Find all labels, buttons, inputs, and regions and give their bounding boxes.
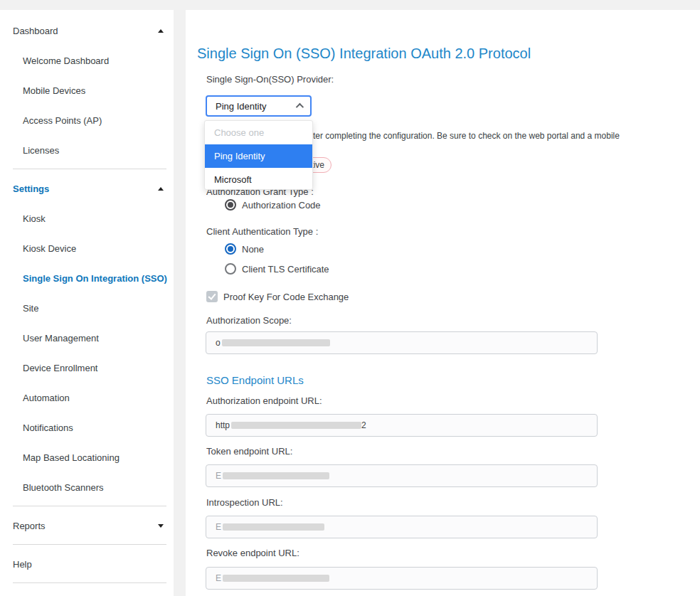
sidebar-item-help[interactable]: Help (0, 549, 174, 579)
radio-authorization-code[interactable]: Authorization Code (225, 199, 321, 211)
sidebar-item-label: Automation (23, 393, 70, 403)
dropdown-option-ping-identity[interactable]: Ping Identity (205, 144, 312, 168)
sidebar-item-label: User Management (23, 333, 99, 344)
introspection-url-label: Introspection URL: (206, 497, 283, 508)
checkbox-checked-icon (206, 291, 218, 302)
sidebar-item-label: Notifications (23, 422, 73, 433)
sidebar-item-map-based-locationing[interactable]: Map Based Locationing (0, 442, 174, 472)
client-auth-label: Client Authentication Type : (206, 226, 318, 237)
sidebar-item-label: Map Based Locationing (23, 452, 120, 463)
introspection-url-input[interactable]: E (206, 516, 598, 538)
radio-unselected-icon (225, 263, 236, 275)
sidebar-item-dashboard[interactable]: Dashboard (0, 16, 174, 46)
checkbox-label: Proof Key For Code Exchange (223, 292, 349, 302)
sidebar-item-label: Single Sign On Integration (SSO) (23, 273, 167, 284)
sidebar-item-access-points[interactable]: Access Points (AP) (0, 105, 174, 135)
sidebar-item-label: Licenses (23, 145, 59, 156)
input-value-tail: 2 (361, 420, 366, 430)
sidebar-item-notifications[interactable]: Notifications (0, 413, 174, 442)
radio-label: None (242, 244, 264, 255)
sidebar-item-label: Settings (13, 183, 49, 194)
sidebar-item-label: Device Enrollment (23, 363, 98, 373)
provider-selected-value: Ping Identity (216, 101, 267, 112)
sso-endpoint-urls-heading: SSO Endpoint URLs (206, 374, 304, 386)
sidebar-nav-list: Dashboard Welcome Dashboard Mobile Devic… (0, 10, 174, 583)
input-value: http (216, 420, 230, 430)
radio-selected-icon (225, 199, 236, 211)
authorization-scope-input[interactable]: o (206, 331, 598, 354)
provider-label: Single Sign-On(SSO) Provider: (206, 74, 334, 85)
chevron-down-icon (158, 524, 164, 528)
sidebar-item-settings[interactable]: Settings (0, 174, 174, 203)
sidebar-item-label: Kiosk Device (23, 243, 76, 254)
authorization-endpoint-input[interactable]: http 2 (206, 414, 598, 437)
redaction-bar (223, 575, 329, 582)
radio-client-tls-certificate[interactable]: Client TLS Certificate (225, 263, 329, 275)
top-strip (0, 0, 700, 10)
radio-label: Authorization Code (242, 200, 321, 211)
authorization-endpoint-label: Authorization endpoint URL: (206, 395, 322, 406)
pkce-checkbox[interactable]: Proof Key For Code Exchange (206, 291, 349, 302)
provider-dropdown: Choose one Ping Identity Microsoft (204, 120, 313, 190)
radio-label: Client TLS Certificate (242, 264, 329, 275)
sidebar-item-label: Reports (13, 521, 46, 531)
sidebar-item-site[interactable]: Site (0, 293, 174, 323)
info-text: ter completing the configuration. Be sur… (313, 131, 620, 141)
sidebar-item-automation[interactable]: Automation (0, 383, 174, 413)
revoke-endpoint-input[interactable]: E (206, 567, 598, 590)
token-endpoint-input[interactable]: E (206, 464, 598, 487)
redaction-bar (223, 472, 329, 479)
sidebar-item-device-enrollment[interactable]: Device Enrollment (0, 353, 174, 383)
dropdown-option-choose-one[interactable]: Choose one (205, 121, 312, 144)
sidebar-item-label: Bluetooth Scanners (23, 482, 103, 493)
token-endpoint-label: Token endpoint URL: (206, 446, 292, 457)
authorization-scope-label: Authorization Scope: (206, 315, 292, 326)
sidebar-divider (13, 582, 166, 583)
sidebar-item-user-management[interactable]: User Management (0, 323, 174, 353)
sidebar-item-kiosk-device[interactable]: Kiosk Device (0, 233, 174, 263)
sidebar-item-label: Mobile Devices (23, 85, 85, 96)
sidebar-item-mobile-devices[interactable]: Mobile Devices (0, 75, 174, 105)
page-title: Single Sign On (SSO) Integration OAuth 2… (197, 46, 531, 62)
sidebar-item-bluetooth-scanners[interactable]: Bluetooth Scanners (0, 472, 174, 502)
input-value: o (216, 338, 221, 348)
provider-select[interactable]: Ping Identity (206, 95, 312, 117)
sidebar-item-sso-integration[interactable]: Single Sign On Integration (SSO) (0, 263, 174, 293)
sidebar-gutter (174, 10, 186, 596)
input-value: E (216, 573, 221, 583)
sidebar-item-label: Welcome Dashboard (23, 55, 109, 66)
sidebar-item-reports[interactable]: Reports (0, 511, 174, 541)
chevron-up-icon (158, 187, 164, 191)
sidebar-divider (13, 506, 166, 506)
redaction-bar (231, 422, 361, 429)
sidebar-item-licenses[interactable]: Licenses (0, 135, 174, 165)
revoke-endpoint-label: Revoke endpoint URL: (206, 548, 299, 558)
sidebar: Dashboard Welcome Dashboard Mobile Devic… (0, 10, 174, 596)
sidebar-divider (13, 169, 166, 169)
radio-none[interactable]: None (225, 243, 264, 255)
chevron-up-icon (158, 29, 164, 33)
sidebar-item-label: Access Points (AP) (23, 115, 102, 126)
main-content: Single Sign On (SSO) Integration OAuth 2… (186, 10, 700, 596)
dropdown-option-microsoft[interactable]: Microsoft (205, 168, 312, 190)
redaction-bar (222, 339, 330, 346)
sidebar-item-label: Dashboard (13, 26, 58, 36)
sidebar-item-welcome-dashboard[interactable]: Welcome Dashboard (0, 46, 174, 75)
radio-selected-icon (225, 243, 236, 255)
sidebar-divider (13, 544, 166, 545)
sidebar-item-kiosk[interactable]: Kiosk (0, 203, 174, 233)
redaction-bar (223, 523, 324, 531)
sidebar-item-label: Site (23, 303, 38, 314)
sidebar-item-label: Help (13, 559, 32, 570)
input-value: E (216, 471, 221, 481)
input-value: E (216, 522, 221, 532)
sidebar-item-label: Kiosk (23, 213, 46, 224)
chevron-up-icon (296, 103, 304, 111)
